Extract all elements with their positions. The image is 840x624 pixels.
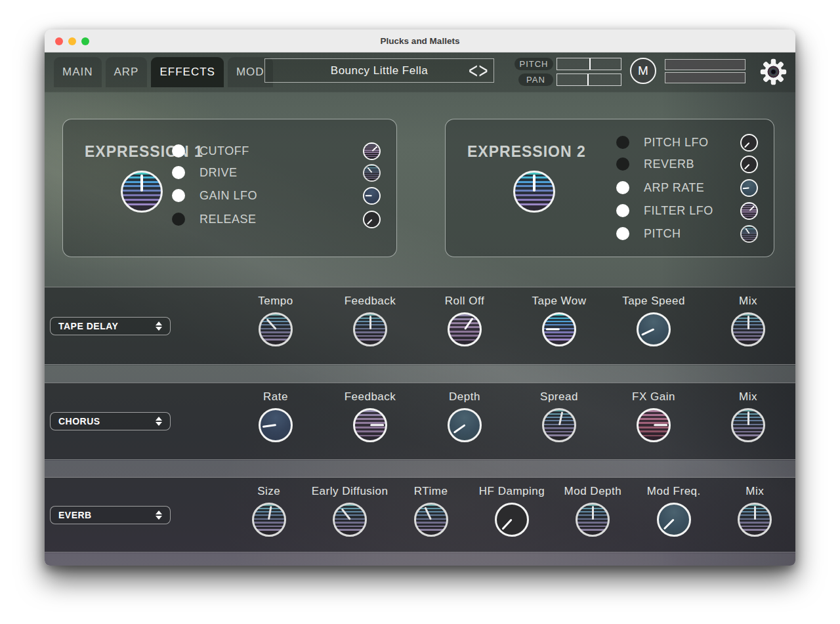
preset-arrows: < > xyxy=(469,59,488,82)
radio-button[interactable] xyxy=(172,213,185,226)
fx-slot3-dropdown[interactable]: EVERB xyxy=(50,506,171,524)
knob-pointer xyxy=(747,411,749,425)
tab-effects[interactable]: EFFECTS xyxy=(151,57,223,87)
rtime-knob[interactable] xyxy=(414,503,448,537)
pan-slider-handle[interactable] xyxy=(587,74,589,85)
expression1-option-release: RELEASE xyxy=(172,209,381,229)
knob-label: Depth xyxy=(449,390,480,404)
expression1-option-cutoff: CUTOFF xyxy=(172,141,381,161)
arp-rate-amount-knob[interactable] xyxy=(740,179,758,197)
gear-icon[interactable] xyxy=(759,57,788,87)
tab-bar: MAIN ARP EFFECTS MOD xyxy=(54,57,273,87)
radio-button[interactable] xyxy=(616,227,629,240)
radio-button[interactable] xyxy=(616,204,629,217)
knob-pointer xyxy=(268,506,272,520)
expression1-panel: EXPRESSION 1 CUTOFF DRIVE GAIN LFO xyxy=(62,119,397,257)
knob-pointer xyxy=(654,425,667,426)
desktop: Plucks and Mallets MAIN ARP EFFECTS MOD … xyxy=(0,0,840,624)
mute-button[interactable]: M xyxy=(630,58,656,84)
tempo-knob[interactable] xyxy=(259,312,293,346)
knob-pointer xyxy=(424,507,431,520)
pitch-slider[interactable] xyxy=(556,58,621,70)
cutoff-amount-knob[interactable] xyxy=(363,142,381,160)
tape-speed-knob[interactable] xyxy=(637,312,671,346)
knob-label: Mix xyxy=(746,485,764,498)
release-amount-knob[interactable] xyxy=(363,211,381,228)
knob-label: RTime xyxy=(414,485,448,498)
mod-depth-knob[interactable] xyxy=(576,503,610,537)
tab-arp[interactable]: ARP xyxy=(106,57,148,87)
early-diffusion-knob[interactable] xyxy=(333,503,367,537)
plugin-ui: MAIN ARP EFFECTS MOD Bouncy Little Fella… xyxy=(45,52,795,566)
tape-wow-knob[interactable] xyxy=(542,312,576,346)
radio-button[interactable] xyxy=(616,181,629,194)
depth-knob[interactable] xyxy=(448,408,482,442)
tab-mod-label: MOD xyxy=(236,66,264,79)
knob-pointer xyxy=(663,519,675,530)
fx-slot1-selected: TAPE DELAY xyxy=(58,321,118,331)
fx-gain-knob[interactable] xyxy=(637,408,671,442)
knob-label: Mod Depth xyxy=(564,485,622,498)
knob-label: Roll Off xyxy=(445,295,484,308)
radio-button[interactable] xyxy=(172,166,185,179)
roll-off-knob[interactable] xyxy=(448,312,482,346)
knob-label: Tempo xyxy=(258,295,293,308)
chevron-right-icon[interactable]: > xyxy=(478,60,488,81)
expression1-macro-knob[interactable] xyxy=(121,171,163,213)
preset-selector[interactable]: Bouncy Little Fella < > xyxy=(264,58,494,83)
row-divider xyxy=(45,365,795,383)
fx-slot2-dropdown[interactable]: CHORUS xyxy=(50,412,171,430)
knob-pointer xyxy=(592,506,594,520)
chevron-left-icon[interactable]: < xyxy=(469,60,478,81)
pitch-slider-handle[interactable] xyxy=(589,58,591,70)
radio-button[interactable] xyxy=(616,136,629,149)
knob-label: Mod Freq. xyxy=(647,485,701,498)
filter-lfo-amount-knob[interactable] xyxy=(740,202,758,220)
fx-selector-area: EVERB xyxy=(45,478,228,552)
reverb-amount-knob[interactable] xyxy=(740,156,758,173)
mix-knob[interactable] xyxy=(731,312,765,346)
radio-button[interactable] xyxy=(616,157,629,171)
knob-pointer xyxy=(464,318,473,330)
knob-cell-mod-depth: Mod Depth xyxy=(553,478,633,552)
knob-pointer xyxy=(749,205,755,211)
pitch-amount-knob[interactable] xyxy=(740,225,758,243)
drive-amount-knob[interactable] xyxy=(363,164,381,182)
hf-damping-knob[interactable] xyxy=(495,503,529,537)
mod-freq-knob[interactable] xyxy=(657,503,691,537)
preset-name: Bouncy Little Fella xyxy=(331,64,428,77)
gain-lfo-amount-knob[interactable] xyxy=(363,187,381,205)
feedback-knob[interactable] xyxy=(353,312,387,346)
pitch-lfo-amount-knob[interactable] xyxy=(740,134,758,152)
pan-slider[interactable] xyxy=(556,73,621,86)
window-title: Plucks and Mallets xyxy=(45,30,795,52)
level-meter-left xyxy=(665,59,746,70)
mix-knob[interactable] xyxy=(731,408,765,442)
radio-button[interactable] xyxy=(172,189,185,202)
knob-cell-feedback: Feedback xyxy=(323,383,417,459)
knob-pointer xyxy=(266,319,276,330)
radio-button[interactable] xyxy=(172,144,185,157)
spread-knob[interactable] xyxy=(542,408,576,442)
up-down-arrows-icon xyxy=(156,322,162,331)
up-down-arrows-icon xyxy=(156,417,162,426)
fx-slot1-dropdown[interactable]: TAPE DELAY xyxy=(50,317,171,335)
tab-main[interactable]: MAIN xyxy=(54,57,102,87)
knob-cell-mix: Mix xyxy=(701,383,795,459)
knob-cell-tape-speed: Tape Speed xyxy=(606,287,701,364)
knob-pointer xyxy=(341,509,350,520)
size-knob[interactable] xyxy=(252,503,286,537)
option-label: RELEASE xyxy=(200,213,257,226)
knob-pointer xyxy=(365,195,371,196)
rate-knob[interactable] xyxy=(259,408,293,442)
pitch-label: PITCH xyxy=(514,58,553,70)
knob-pointer xyxy=(533,175,536,192)
expression2-macro-knob[interactable] xyxy=(513,171,555,213)
level-meter-right xyxy=(665,72,746,83)
feedback-knob[interactable] xyxy=(353,408,387,442)
option-label: PITCH LFO xyxy=(644,136,709,150)
option-label: CUTOFF xyxy=(200,144,249,158)
knob-cell-depth: Depth xyxy=(417,383,512,459)
option-label: PITCH xyxy=(644,227,681,241)
mix-knob[interactable] xyxy=(738,503,772,537)
